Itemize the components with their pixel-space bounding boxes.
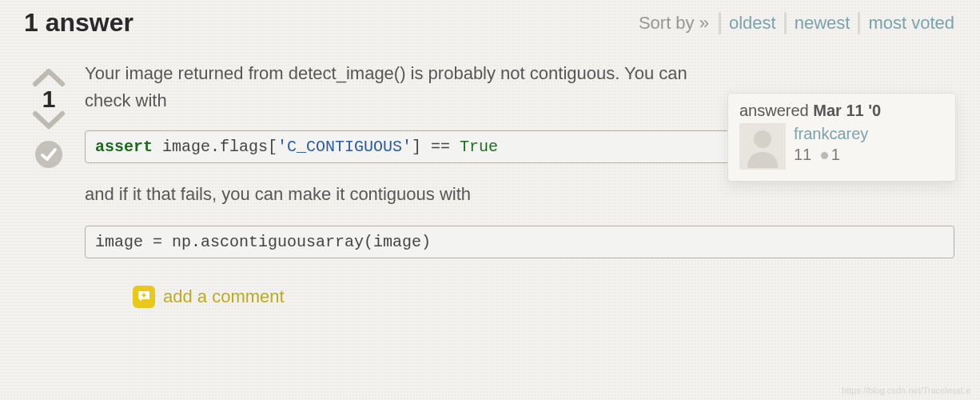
answer-paragraph: and if it that fails, you can make it co… <box>85 181 954 208</box>
sort-bar: Sort by » oldest newest most voted <box>639 12 956 34</box>
answered-prefix: answered <box>739 102 813 119</box>
answered-line: answered Mar 11 '0 <box>739 102 944 120</box>
comment-icon <box>133 286 155 308</box>
badge-dot-icon <box>821 152 828 159</box>
code-block: image = np.ascontiguousarray(image) <box>85 226 954 258</box>
check-icon <box>40 146 58 163</box>
upvote-button[interactable] <box>32 66 66 87</box>
badge-count: 1 <box>831 146 840 163</box>
add-comment-label: add a comment <box>163 286 285 307</box>
answers-heading: 1 answer <box>24 8 133 38</box>
divider <box>784 12 787 34</box>
code-token: ] == <box>412 138 460 156</box>
chevron-up-icon <box>32 66 66 87</box>
vote-score: 1 <box>42 86 56 112</box>
code-token-keyword: assert <box>95 138 153 156</box>
code-token-string: 'C_CONTIGUOUS' <box>277 138 412 156</box>
divider <box>858 12 860 34</box>
divider <box>719 12 721 34</box>
watermark: https://blog.csdn.net/TracelessLe <box>842 386 970 395</box>
code-token: image.flags[ <box>153 138 277 156</box>
add-comment-button[interactable]: add a comment <box>133 286 954 308</box>
code-token-const: True <box>460 138 498 156</box>
sort-tab-most-voted[interactable]: most voted <box>866 13 956 34</box>
answer-user-card: answered Mar 11 '0 frankcarey 11 1 <box>727 93 956 182</box>
avatar[interactable] <box>739 123 786 170</box>
downvote-button[interactable] <box>32 110 66 131</box>
chevron-down-icon <box>32 110 66 131</box>
accept-answer-button[interactable] <box>35 141 62 168</box>
code-text: image = np.ascontiguousarray(image) <box>95 233 431 251</box>
sort-tab-newest[interactable]: newest <box>793 13 852 34</box>
sort-label: Sort by » <box>639 13 712 34</box>
answered-date: Mar 11 '0 <box>813 102 881 119</box>
reputation-line: 11 1 <box>794 144 868 165</box>
avatar-placeholder-icon <box>739 123 786 170</box>
svg-point-1 <box>754 130 771 148</box>
answer-paragraph: Your image returned from detect_image() … <box>85 60 708 114</box>
sort-tab-oldest[interactable]: oldest <box>727 13 778 34</box>
svg-rect-3 <box>142 294 146 296</box>
reputation: 11 <box>794 146 811 163</box>
answer-author-link[interactable]: frankcarey <box>794 123 868 144</box>
